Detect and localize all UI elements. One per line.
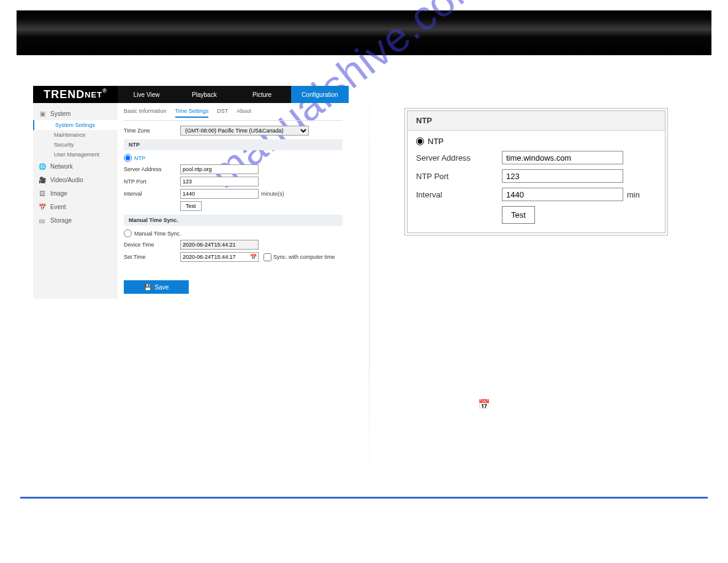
- camera-icon: 🎥: [38, 175, 47, 184]
- sidebar-item-network[interactable]: 🌐 Network: [33, 159, 118, 173]
- sync-computer-time-checkbox[interactable]: [264, 253, 271, 261]
- tab-picture[interactable]: Picture: [233, 86, 291, 103]
- panel-ntp-port-input[interactable]: [502, 169, 623, 183]
- ntp-radio-label: NTP: [134, 155, 145, 161]
- subtab-about[interactable]: About: [237, 108, 251, 118]
- calendar-icon: 📅: [478, 399, 490, 410]
- subtab-basic-information[interactable]: Basic Information: [124, 108, 167, 118]
- monitor-icon: ▣: [38, 109, 47, 118]
- interval-label: Interval: [124, 191, 180, 197]
- top-banner: [17, 10, 711, 55]
- sidebar-item-image[interactable]: 🖼 Image: [33, 186, 118, 200]
- tab-live-view[interactable]: Live View: [118, 86, 175, 103]
- sidebar-item-system-settings[interactable]: System Settings: [33, 120, 118, 130]
- ntp-radio[interactable]: [124, 154, 132, 162]
- interval-unit: minute(s): [261, 191, 284, 197]
- sidebar-item-video-audio[interactable]: 🎥 Video/Audio: [33, 173, 118, 186]
- sidebar-item-event[interactable]: 📅 Event: [33, 200, 118, 213]
- panel-ntp-radio[interactable]: [416, 137, 424, 145]
- panel-interval-unit: min: [627, 190, 640, 199]
- sidebar-item-maintenance[interactable]: Maintenance: [33, 130, 118, 140]
- sidebar-label: Network: [50, 163, 73, 170]
- server-address-input[interactable]: [180, 164, 259, 174]
- ntp-section-header: NTP: [124, 139, 343, 150]
- panel-ntp-radio-label: NTP: [428, 137, 444, 146]
- ntp-port-label: NTP Port: [124, 178, 180, 185]
- set-time-label: Set Time: [124, 254, 180, 260]
- vertical-divider: [369, 86, 370, 478]
- sidebar-item-user-management[interactable]: User Management: [33, 150, 118, 159]
- panel-ntp-port-label: NTP Port: [416, 172, 502, 181]
- save-button[interactable]: 💾 Save: [124, 280, 189, 294]
- subtab-dst[interactable]: DST: [217, 108, 228, 118]
- manual-sync-radio[interactable]: [124, 229, 132, 237]
- server-address-label: Server Address: [124, 166, 180, 172]
- panel-server-address-input[interactable]: [502, 151, 623, 164]
- footer-rule: [20, 497, 708, 499]
- globe-icon: 🌐: [38, 162, 47, 170]
- sync-computer-time-label: Sync. with computer time: [273, 254, 335, 260]
- panel-interval-label: Interval: [416, 190, 502, 199]
- ntp-panel-screenshot: NTP NTP Server Address NTP Port Interval: [404, 108, 668, 236]
- device-time-label: Device Time: [124, 242, 180, 248]
- content-area: Basic Information Time Settings DST Abou…: [118, 103, 349, 299]
- sidebar-label: Storage: [50, 217, 72, 224]
- interval-input[interactable]: [180, 189, 259, 199]
- sidebar-item-security[interactable]: Security: [33, 140, 118, 150]
- set-time-input[interactable]: [180, 252, 259, 262]
- sidebar-item-storage[interactable]: 🖴 Storage: [33, 213, 118, 227]
- storage-icon: 🖴: [38, 216, 47, 224]
- tab-playback[interactable]: Playback: [175, 86, 233, 103]
- panel-server-address-label: Server Address: [416, 153, 502, 163]
- sidebar-label: System: [50, 110, 70, 117]
- save-icon: 💾: [144, 284, 151, 291]
- panel-interval-input[interactable]: [502, 188, 623, 201]
- test-button[interactable]: Test: [180, 201, 202, 211]
- manual-sync-radio-label: Manual Time Sync.: [134, 231, 181, 237]
- sidebar-label: Image: [50, 190, 67, 197]
- device-time-field: [180, 240, 259, 250]
- timezone-label: Time Zone: [124, 128, 180, 134]
- panel-test-button[interactable]: Test: [502, 206, 535, 224]
- tab-configuration[interactable]: Configuration: [291, 86, 349, 103]
- manual-sync-section-header: Manual Time Sync.: [124, 215, 343, 226]
- sidebar-item-system[interactable]: ▣ System: [33, 107, 118, 120]
- sidebar: ▣ System System Settings Maintenance Sec…: [33, 103, 118, 299]
- sidebar-label: Video/Audio: [50, 177, 83, 183]
- timezone-select[interactable]: (GMT-08:00) Pacific Time (US&Canada): [180, 126, 309, 136]
- ntp-port-input[interactable]: [180, 177, 259, 186]
- image-icon: 🖼: [38, 189, 47, 197]
- app-screenshot-left: TRENDNET® Live View Playback Picture Con…: [33, 86, 349, 299]
- subtab-time-settings[interactable]: Time Settings: [175, 108, 209, 118]
- sidebar-label: Event: [50, 204, 66, 210]
- brand-logo: TRENDNET®: [33, 86, 118, 103]
- save-button-label: Save: [155, 284, 169, 291]
- calendar-icon: 📅: [38, 202, 47, 211]
- panel-title: NTP: [408, 111, 665, 131]
